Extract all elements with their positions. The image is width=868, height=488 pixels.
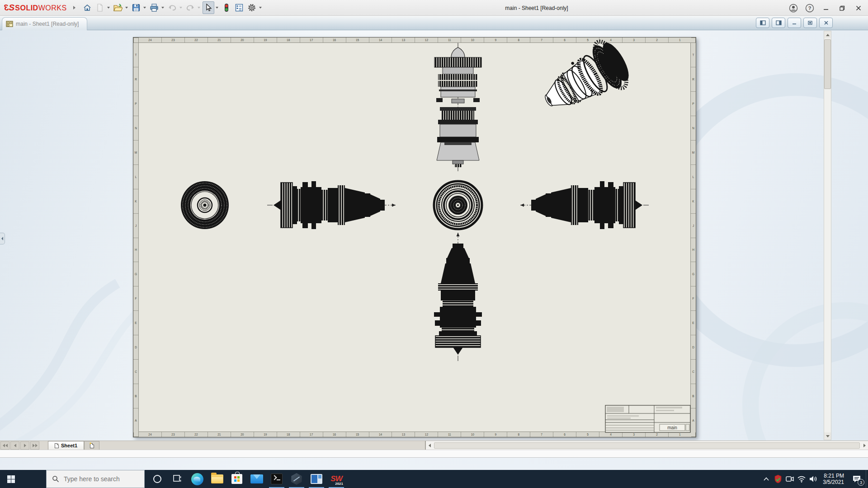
print-dropdown[interactable] xyxy=(161,7,164,9)
view-isometric[interactable] xyxy=(534,38,636,124)
tray-meet-now-button[interactable] xyxy=(784,470,796,488)
select-button[interactable] xyxy=(203,1,214,14)
print-icon xyxy=(150,4,159,12)
print-button[interactable] xyxy=(148,1,160,14)
scroll-up-button[interactable] xyxy=(824,31,831,38)
drawing-sheet[interactable]: 242322212019181716151413121110987654321 … xyxy=(133,37,696,437)
vertical-scrollbar-thumb[interactable] xyxy=(824,39,831,89)
graphics-area[interactable]: 242322212019181716151413121110987654321 … xyxy=(0,30,868,441)
previous-sheet-button[interactable] xyxy=(10,441,19,450)
doc-minimize-icon xyxy=(792,21,797,25)
doc-minimize-button[interactable] xyxy=(788,18,801,28)
taskbar-app-hexagon[interactable] xyxy=(287,470,307,488)
first-sheet-button[interactable] xyxy=(0,441,9,450)
help-icon: ? xyxy=(805,4,814,13)
collapse-right-pane-button[interactable] xyxy=(772,18,785,28)
taskbar-app-command-prompt[interactable] xyxy=(267,470,287,488)
open-icon xyxy=(113,4,123,12)
taskbar-app-edge[interactable] xyxy=(187,470,207,488)
horizontal-scrollbar[interactable] xyxy=(426,441,868,450)
redo-icon xyxy=(186,4,195,11)
window-app-icon xyxy=(311,474,322,484)
status-bar xyxy=(0,450,868,458)
view-rear-rings[interactable] xyxy=(434,181,482,229)
meet-now-icon xyxy=(785,475,794,483)
tray-network-button[interactable] xyxy=(796,470,807,488)
taskbar-app-mail[interactable] xyxy=(247,470,267,488)
desktop: 3S SOLIDWORKS xyxy=(0,0,868,488)
scroll-right-icon xyxy=(863,444,866,447)
save-dropdown[interactable] xyxy=(143,7,146,9)
action-center-button[interactable]: 3 xyxy=(848,470,866,488)
wifi-icon xyxy=(797,475,806,483)
cortana-button[interactable] xyxy=(147,470,167,488)
featuremanager-collapsed-tab[interactable] xyxy=(0,233,5,244)
doc-restore-icon xyxy=(807,20,813,25)
new-document-dropdown[interactable] xyxy=(107,7,110,9)
menu-flyout-arrow-icon[interactable] xyxy=(73,6,75,9)
restore-button[interactable] xyxy=(835,2,849,14)
search-input[interactable] xyxy=(64,475,141,483)
scroll-right-button[interactable] xyxy=(861,441,868,450)
taskbar-app-file-explorer[interactable] xyxy=(207,470,227,488)
view-right-side[interactable] xyxy=(520,181,649,229)
vertical-scrollbar-track[interactable] xyxy=(824,89,831,432)
view-front-fan[interactable] xyxy=(181,181,229,229)
windows-logo-icon xyxy=(7,475,15,483)
document-tab[interactable]: main - Sheet1 [Read-only] xyxy=(2,17,87,30)
scroll-left-button[interactable] xyxy=(426,441,433,450)
options-dropdown[interactable] xyxy=(259,7,262,9)
notification-count-badge: 3 xyxy=(858,479,864,486)
title-block[interactable]: main xyxy=(605,405,690,432)
start-button[interactable] xyxy=(0,470,22,488)
collapse-left-pane-button[interactable] xyxy=(756,18,769,28)
taskbar-search[interactable] xyxy=(46,470,145,488)
help-button[interactable]: ? xyxy=(803,2,816,14)
window-title: main - Sheet1 [Read-only] xyxy=(500,0,573,16)
select-dropdown[interactable] xyxy=(216,7,218,9)
task-pane-button[interactable] xyxy=(233,1,245,14)
save-button[interactable] xyxy=(130,1,142,14)
taskbar-app-window[interactable] xyxy=(307,470,326,488)
file-explorer-icon xyxy=(211,474,223,483)
last-sheet-button[interactable] xyxy=(30,441,39,450)
design-checker-button[interactable] xyxy=(221,1,232,14)
sheet-tab-sheet1[interactable]: Sheet1 xyxy=(48,441,84,450)
doc-close-button[interactable] xyxy=(819,18,833,28)
vertical-scrollbar[interactable] xyxy=(824,31,831,440)
tray-chevron-button[interactable] xyxy=(760,470,772,488)
undo-icon xyxy=(168,4,177,11)
close-icon xyxy=(856,5,861,11)
solidworks-logo: 3S SOLIDWORKS xyxy=(5,3,67,13)
add-sheet-star-icon xyxy=(90,442,92,445)
options-button[interactable] xyxy=(246,1,258,14)
open-dropdown[interactable] xyxy=(125,7,128,9)
taskbar-clock[interactable]: 8:21 PM 3/5/2021 xyxy=(819,473,848,485)
search-icon xyxy=(52,475,59,483)
add-sheet-button[interactable] xyxy=(84,441,99,450)
doc-restore-button[interactable] xyxy=(803,18,817,28)
undo-button xyxy=(166,1,178,14)
task-view-button[interactable] xyxy=(167,470,187,488)
taskbar-app-solidworks[interactable]: SW 2021 xyxy=(326,470,346,488)
view-bottom[interactable] xyxy=(434,233,482,361)
view-left-side[interactable] xyxy=(267,181,396,229)
tray-security-button[interactable] xyxy=(772,470,784,488)
app-titlebar: 3S SOLIDWORKS xyxy=(0,0,868,16)
scroll-down-button[interactable] xyxy=(824,432,831,440)
title-block-drawing-name: main xyxy=(667,425,677,430)
minimize-button[interactable] xyxy=(819,2,833,14)
taskbar-app-store[interactable] xyxy=(227,470,247,488)
show-desktop-button[interactable] xyxy=(866,470,868,488)
user-account-button[interactable] xyxy=(787,2,800,14)
windows-taskbar: SW 2021 xyxy=(0,470,868,488)
open-button[interactable] xyxy=(112,1,124,14)
close-button[interactable] xyxy=(852,2,865,14)
panel-left-icon xyxy=(760,20,766,25)
view-top[interactable] xyxy=(434,43,481,171)
horizontal-scrollbar-thumb[interactable] xyxy=(434,442,860,449)
next-sheet-button[interactable] xyxy=(20,441,29,450)
home-button[interactable] xyxy=(81,1,93,14)
tray-volume-button[interactable] xyxy=(807,470,819,488)
sheet-tab-bar: Sheet1 xyxy=(0,441,868,450)
